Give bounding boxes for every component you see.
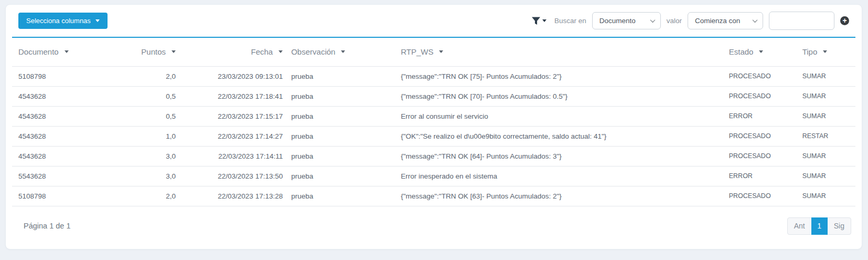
table-header-row: Documento Puntos Fecha Observación RTP_W… [12,38,855,66]
cell-documento: 5108798 [12,186,133,206]
cell-tipo: SUMAR [798,166,855,186]
search-field-select[interactable]: Documento [592,12,661,29]
cell-rtp-ws: Error al consumir el servicio [397,106,725,126]
caret-down-icon [542,19,546,22]
select-columns-label: Selecciona columnas [26,17,91,25]
cell-fecha: 22/03/2023 17:13:28 [180,186,287,206]
filter-value-input[interactable] [769,12,834,30]
table-row: 4543628 0,5 22/03/2023 17:15:17 prueba E… [12,106,855,126]
data-grid-card: Selecciona columnas Buscar en Documento … [5,4,862,249]
select-columns-button[interactable]: Selecciona columnas [18,13,108,29]
cell-documento: 4543628 [12,126,133,146]
filter-bar: Buscar en Documento valor Comienza con + [532,12,849,30]
caret-down-icon [823,50,827,53]
cell-fecha: 22/03/2023 17:18:41 [180,86,287,106]
column-header-documento[interactable]: Documento [12,38,133,66]
caret-down-icon [172,50,176,53]
cell-estado: PROCESADO [725,66,798,86]
operator-select[interactable]: Comienza con [688,12,763,29]
cell-rtp-ws: Error inesperado en el sistema [397,166,725,186]
cell-estado: ERROR [725,166,798,186]
cell-puntos: 2,0 [133,66,180,86]
search-in-label: Buscar en [554,17,586,25]
chevron-down-icon [753,17,758,23]
pagination-page-button[interactable]: 1 [811,217,828,235]
column-header-fecha[interactable]: Fecha [180,38,287,66]
column-label: RTP_WS [401,47,433,56]
filter-icon [532,17,540,25]
data-table: Documento Puntos Fecha Observación RTP_W… [12,38,855,206]
cell-observacion: prueba [287,86,397,106]
pagination-prev-button[interactable]: Ant [787,217,812,235]
cell-documento: 5108798 [12,66,133,86]
pagination-next-button[interactable]: Sig [827,217,851,235]
column-header-puntos[interactable]: Puntos [133,38,180,66]
pagination: Ant 1 Sig [787,217,851,235]
column-label: Puntos [141,47,166,56]
search-field-value: Documento [599,17,636,25]
cell-fecha: 23/03/2023 09:13:01 [180,66,287,86]
cell-estado: ERROR [725,106,798,126]
caret-down-icon [65,50,69,53]
cell-rtp-ws: {"message":"TRN OK [75]- Puntos Acumulad… [397,66,725,86]
cell-estado: PROCESADO [725,186,798,206]
cell-observacion: prueba [287,66,397,86]
column-header-rtp-ws[interactable]: RTP_WS [397,38,725,66]
operator-value: Comienza con [695,17,740,25]
cell-puntos: 3,0 [133,166,180,186]
cell-rtp-ws: {"message":"TRN OK [70]- Puntos Acumulad… [397,86,725,106]
table-row: 5108798 2,0 22/03/2023 17:13:28 prueba {… [12,186,855,206]
cell-observacion: prueba [287,186,397,206]
cell-rtp-ws: {"message":"TRN OK [64]- Puntos Acumulad… [397,146,725,166]
cell-estado: PROCESADO [725,86,798,106]
cell-rtp-ws: {"OK":"Se realizo el d\u00e9bito correct… [397,126,725,146]
cell-rtp-ws: {"message":"TRN OK [63]- Puntos Acumulad… [397,186,725,206]
cell-estado: PROCESADO [725,126,798,146]
cell-fecha: 22/03/2023 17:14:27 [180,126,287,146]
cell-fecha: 22/03/2023 17:14:11 [180,146,287,166]
toolbar: Selecciona columnas Buscar en Documento … [12,5,855,38]
column-label: Estado [729,47,754,56]
table-body: 5108798 2,0 23/03/2023 09:13:01 prueba {… [12,66,855,206]
caret-down-icon [278,50,283,53]
table-footer: Página 1 de 1 Ant 1 Sig [6,206,862,249]
table-row: 5108798 2,0 23/03/2023 09:13:01 prueba {… [12,66,855,86]
cell-puntos: 0,5 [133,86,180,106]
cell-documento: 4543628 [12,146,133,166]
value-label: valor [667,17,682,25]
cell-tipo: SUMAR [798,66,855,86]
cell-tipo: SUMAR [798,86,855,106]
column-header-observacion[interactable]: Observación [287,38,397,66]
cell-observacion: prueba [287,106,397,126]
cell-tipo: SUMAR [798,106,855,126]
column-label: Observación [291,47,335,56]
page-info: Página 1 de 1 [24,222,71,230]
cell-documento: 4543628 [12,106,133,126]
cell-estado: PROCESADO [725,146,798,166]
add-filter-button[interactable]: + [840,16,849,25]
cell-puntos: 3,0 [133,146,180,166]
cell-observacion: prueba [287,146,397,166]
caret-down-icon [759,50,763,53]
caret-down-icon [95,19,100,22]
column-label: Documento [18,47,59,56]
cell-observacion: prueba [287,166,397,186]
filter-menu-button[interactable] [532,17,546,25]
caret-down-icon [439,50,443,53]
cell-documento: 5543628 [12,166,133,186]
cell-puntos: 1,0 [133,126,180,146]
cell-tipo: SUMAR [798,186,855,206]
column-label: Fecha [251,47,273,56]
table-row: 5543628 3,0 22/03/2023 17:13:50 prueba E… [12,166,855,186]
cell-tipo: SUMAR [798,146,855,166]
table-row: 4543628 1,0 22/03/2023 17:14:27 prueba {… [12,126,855,146]
cell-observacion: prueba [287,126,397,146]
column-header-estado[interactable]: Estado [725,38,798,66]
plus-icon: + [840,16,849,25]
cell-fecha: 22/03/2023 17:13:50 [180,166,287,186]
cell-puntos: 0,5 [133,106,180,126]
column-header-tipo[interactable]: Tipo [798,38,855,66]
table-row: 4543628 3,0 22/03/2023 17:14:11 prueba {… [12,146,855,166]
cell-fecha: 22/03/2023 17:15:17 [180,106,287,126]
page-background: Selecciona columnas Buscar en Documento … [0,4,868,260]
